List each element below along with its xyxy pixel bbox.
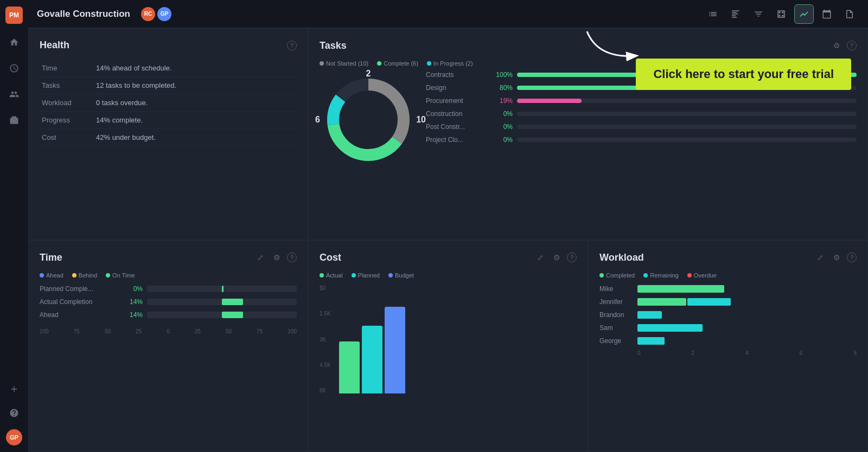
time-axis-label: 100 <box>288 328 297 334</box>
workload-bar-container <box>637 298 731 306</box>
time-row: Actual Completion 14% <box>40 298 297 306</box>
health-table: Time 14% ahead of schedule. Tasks 12 tas… <box>40 60 297 146</box>
sidebar-item-home[interactable] <box>7 35 22 50</box>
workload-bar-remaining <box>637 311 662 319</box>
tp-label: Project Clo... <box>426 136 491 144</box>
dashboard: Health ? Time 14% ahead of schedule. Tas… <box>28 28 868 452</box>
tp-pct: 0% <box>491 110 513 118</box>
workload-legend-item: Completed <box>599 272 635 279</box>
toolbar-chart-btn[interactable] <box>794 4 814 24</box>
workload-expand-icon[interactable]: ⤢ <box>814 251 826 263</box>
topbar: Govalle Construction RC GP <box>28 0 868 28</box>
toolbar-calendar-btn[interactable] <box>817 4 837 24</box>
workload-title: Workload <box>599 252 644 263</box>
task-progress-row: Project Clo... 0% <box>426 136 857 144</box>
toolbar-icons <box>703 4 859 24</box>
task-progress-row: Construction 0% <box>426 110 857 118</box>
health-row-label: Workload <box>40 94 94 112</box>
tasks-header: Tasks ⚙ ? <box>320 40 857 51</box>
cost-y-label: 3K <box>320 337 331 343</box>
time-row: Ahead 14% <box>40 311 297 319</box>
task-progress-rows: Contracts 100% Design 80% Procurement 19… <box>426 71 857 149</box>
tasks-content: 2 6 10 Contracts 100% Design 80% Procure… <box>320 71 857 169</box>
workload-axis-label: 6 <box>800 350 803 356</box>
workload-header-right: ⤢ ⚙ ? <box>814 251 857 263</box>
task-progress-row: Post Constr... 0% <box>426 123 857 131</box>
tp-bar-track <box>517 86 857 90</box>
toolbar-table-btn[interactable] <box>771 4 791 24</box>
user-avatar[interactable]: GP <box>6 429 22 445</box>
tp-label: Post Constr... <box>426 123 491 131</box>
time-axis-label: 50 <box>105 328 111 334</box>
toolbar-doc-btn[interactable] <box>840 4 859 24</box>
avatar-gp[interactable]: GP <box>157 7 171 21</box>
workload-name: Jennifer <box>599 298 637 306</box>
health-help-icon[interactable]: ? <box>287 41 297 50</box>
time-axis-label: 0 <box>167 328 170 334</box>
app-logo[interactable]: PM <box>5 7 23 24</box>
tp-pct: 19% <box>491 97 513 105</box>
sidebar-item-add[interactable] <box>7 382 22 397</box>
sidebar-item-users[interactable] <box>7 87 22 102</box>
time-expand-icon[interactable]: ⤢ <box>254 251 266 263</box>
cost-legend: ActualPlannedBudget <box>320 272 577 279</box>
health-row-label: Cost <box>40 129 94 146</box>
tasks-gear-icon[interactable]: ⚙ <box>831 40 843 51</box>
tp-label: Construction <box>426 110 491 118</box>
workload-bar-container <box>637 337 665 345</box>
health-row-label: Tasks <box>40 77 94 94</box>
cost-gear-icon[interactable]: ⚙ <box>551 251 563 263</box>
tp-bar-fill <box>517 73 857 77</box>
tasks-title: Tasks <box>320 40 347 51</box>
workload-name: Mike <box>599 285 637 293</box>
time-legend-item: Behind <box>72 272 97 279</box>
tasks-help-icon[interactable]: ? <box>847 41 857 50</box>
workload-header: Workload ⤢ ⚙ ? <box>599 251 857 263</box>
health-row-label: Progress <box>40 112 94 129</box>
tasks-legend: Not Started (10)Complete (6)In Progress … <box>320 60 857 67</box>
cost-help-icon[interactable]: ? <box>567 253 577 262</box>
tp-bar-track <box>517 99 857 103</box>
time-gear-icon[interactable]: ⚙ <box>271 251 283 263</box>
time-row-bar <box>147 299 297 305</box>
workload-bar-remaining <box>637 324 703 332</box>
cost-y-label: 1.5K <box>320 311 331 317</box>
toolbar-list-btn[interactable] <box>703 4 723 24</box>
tasks-legend-item: In Progress (2) <box>427 60 473 67</box>
cost-header: Cost ⤢ ⚙ ? <box>320 251 577 263</box>
workload-row: Jennifer <box>599 298 857 306</box>
workload-legend: CompletedRemainingOverdue <box>599 272 857 279</box>
workload-bar-completed <box>637 298 686 306</box>
sidebar-item-time[interactable] <box>7 61 22 76</box>
workload-axis-label: 0 <box>637 350 641 356</box>
time-legend-item: On Time <box>106 272 135 279</box>
cost-header-right: ⤢ ⚙ ? <box>534 251 577 263</box>
health-header: Health ? <box>40 40 297 51</box>
time-panel: Time ⤢ ⚙ ? AheadBehindOn Time Planned Co… <box>28 240 308 452</box>
cost-bar-budget <box>385 307 405 393</box>
time-row: Planned Comple... 0% <box>40 285 297 293</box>
time-help-icon[interactable]: ? <box>287 253 297 262</box>
workload-bar-remaining <box>687 298 731 306</box>
tp-bar-track <box>517 125 857 129</box>
workload-help-icon[interactable]: ? <box>847 253 857 262</box>
workload-gear-icon[interactable]: ⚙ <box>831 251 843 263</box>
avatar-rc[interactable]: RC <box>141 7 155 21</box>
toolbar-filter-btn[interactable] <box>749 4 768 24</box>
time-axis-label: 50 <box>226 328 232 334</box>
time-header-right: ⤢ ⚙ ? <box>254 251 297 263</box>
main-content: Govalle Construction RC GP <box>28 0 868 452</box>
health-row-value: 14% complete. <box>94 112 297 129</box>
donut-label-top: 2 <box>366 69 371 79</box>
sidebar-item-projects[interactable] <box>7 113 22 128</box>
cost-bar-actual <box>339 341 360 393</box>
cost-expand-icon[interactable]: ⤢ <box>534 251 546 263</box>
tp-pct: 80% <box>491 84 513 92</box>
toolbar-gantt-btn[interactable] <box>726 4 745 24</box>
sidebar-item-help[interactable] <box>7 405 22 421</box>
workload-axis-label: 4 <box>745 350 749 356</box>
time-header: Time ⤢ ⚙ ? <box>40 251 297 263</box>
tp-pct: 0% <box>491 136 513 144</box>
time-row-label: Actual Completion <box>40 298 121 306</box>
time-axis: 1007550250255075100 <box>40 324 297 334</box>
